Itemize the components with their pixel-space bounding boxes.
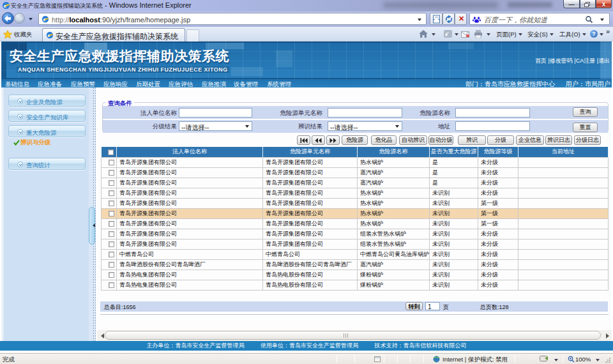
- svg-text:e: e: [48, 33, 50, 38]
- svg-text:e: e: [4, 3, 6, 9]
- svg-text:e: e: [43, 17, 46, 22]
